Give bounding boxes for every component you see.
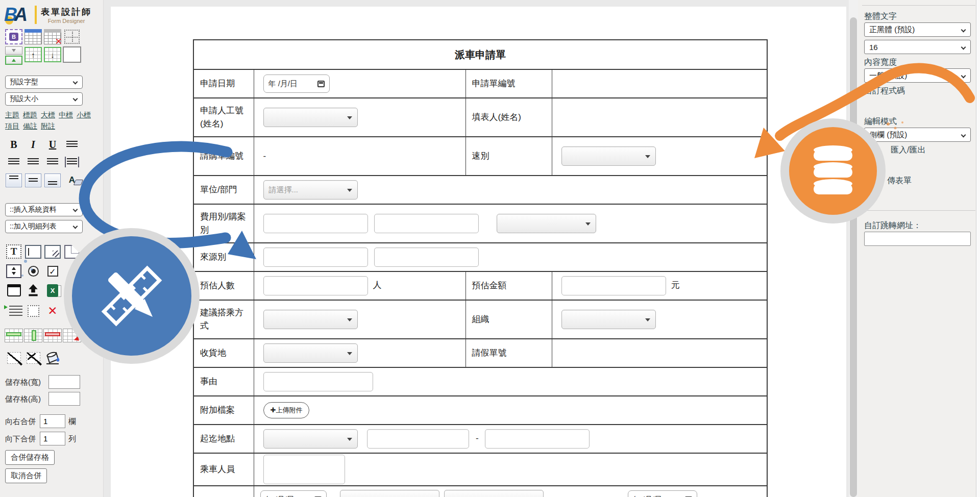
- bold-button[interactable]: B: [4, 136, 23, 153]
- passenger-textarea[interactable]: [263, 455, 345, 484]
- add-detail-list-select[interactable]: ::加入明細列表: [5, 220, 83, 233]
- radio-button-tool[interactable]: [23, 262, 43, 280]
- table-border-button[interactable]: [62, 28, 82, 45]
- delete-table-button[interactable]: ✕: [43, 28, 62, 45]
- custom-code-label: 自訂程式碼: [864, 86, 971, 96]
- route-from-input[interactable]: [367, 429, 469, 449]
- empty-cell[interactable]: [193, 486, 254, 497]
- content-width-select[interactable]: 一般 (預設): [864, 68, 971, 83]
- upload-tool[interactable]: [23, 282, 43, 299]
- fill-color-button[interactable]: [43, 349, 62, 366]
- style-link-h3[interactable]: 小標: [77, 111, 91, 119]
- time-select[interactable]: [340, 490, 439, 497]
- unmerge-button[interactable]: 取消合併: [5, 468, 47, 483]
- insert-table-button[interactable]: [23, 28, 43, 45]
- source-input-2[interactable]: [374, 247, 479, 267]
- people-count-input[interactable]: [263, 276, 368, 295]
- expense-input-2[interactable]: [374, 214, 479, 233]
- design-canvas[interactable]: 派車申請單 申請日期 年 /月/日 申請單編號 申請人工號(姓名) 填表人(姓名…: [104, 0, 849, 497]
- align-center-button[interactable]: [23, 153, 43, 170]
- font-family-select[interactable]: 正黑體 (預設): [864, 22, 971, 37]
- cell-height-input[interactable]: [48, 392, 80, 406]
- style-link-item[interactable]: 項目: [5, 122, 19, 130]
- split-cell-button[interactable]: [4, 46, 23, 63]
- expense-select[interactable]: [497, 214, 596, 233]
- date-input[interactable]: 年 /月/日: [628, 490, 697, 497]
- time-select[interactable]: [444, 490, 544, 497]
- style-link-h1[interactable]: 大標: [41, 111, 55, 119]
- empty-cell[interactable]: [552, 339, 767, 367]
- logo-letter-a: A: [14, 4, 24, 25]
- date-picker-tool[interactable]: [4, 282, 23, 299]
- default-size-select[interactable]: 預設大小: [5, 92, 83, 106]
- input-field-button[interactable]: [23, 243, 43, 260]
- empty-cell-button[interactable]: [62, 46, 82, 63]
- align-right-button[interactable]: [43, 153, 62, 170]
- upload-attachment-button[interactable]: ✚上傳附件: [263, 402, 310, 418]
- insert-row-button[interactable]: [4, 327, 23, 344]
- insert-system-data-select[interactable]: ::插入系統資料: [5, 203, 83, 216]
- source-input-1[interactable]: [263, 247, 368, 267]
- canvas-scrollbar[interactable]: [849, 0, 858, 497]
- default-font-select[interactable]: 預設字型: [5, 76, 83, 89]
- transport-select[interactable]: [263, 310, 358, 329]
- amount-input[interactable]: [561, 276, 666, 295]
- diagonal-line-button[interactable]: [4, 349, 23, 366]
- route-to-input[interactable]: [485, 429, 590, 449]
- form-page[interactable]: 派車申請單 申請日期 年 /月/日 申請單編號 申請人工號(姓名) 填表人(姓名…: [111, 7, 846, 497]
- bold-widget-button[interactable]: B: [4, 28, 23, 45]
- underline-button[interactable]: U: [43, 136, 62, 153]
- route-select[interactable]: [263, 429, 358, 449]
- double-diagonal-button[interactable]: [23, 349, 43, 366]
- delete-element-button[interactable]: ✕: [43, 302, 62, 319]
- redirect-url-input[interactable]: [864, 232, 971, 246]
- applicant-select[interactable]: [263, 108, 358, 127]
- textarea-button[interactable]: [43, 243, 62, 260]
- style-link-h2[interactable]: 中標: [59, 111, 73, 119]
- style-link-note[interactable]: 附註: [41, 122, 55, 130]
- fit-width-button[interactable]: [62, 153, 82, 170]
- excel-import-tool[interactable]: X: [43, 282, 62, 299]
- italic-icon: I: [31, 139, 35, 151]
- panel-scrollbar[interactable]: [976, 0, 980, 497]
- style-link-remark[interactable]: 備註: [23, 122, 37, 130]
- merge-cells-button[interactable]: 合併儲存格: [5, 450, 55, 465]
- checkbox-tool[interactable]: ✓: [43, 262, 62, 280]
- font-tag-button[interactable]: A: [62, 171, 82, 189]
- insert-column-button[interactable]: [23, 327, 43, 344]
- merge-right-input[interactable]: [40, 414, 65, 428]
- align-justify-button[interactable]: [62, 136, 82, 153]
- date-input[interactable]: 年 /月/日: [260, 490, 327, 497]
- organization-select[interactable]: [561, 310, 656, 329]
- delivery-select[interactable]: [263, 343, 358, 363]
- valign-bottom-button[interactable]: [43, 171, 62, 189]
- valign-middle-button[interactable]: [23, 171, 43, 189]
- delete-row-button[interactable]: [43, 327, 62, 344]
- cell-width-input[interactable]: [48, 375, 80, 389]
- priority-select[interactable]: [561, 146, 656, 166]
- empty-cell[interactable]: [552, 98, 767, 137]
- merge-down-input[interactable]: [40, 432, 65, 445]
- align-left-button[interactable]: [4, 153, 23, 170]
- valign-top-button[interactable]: [4, 171, 23, 189]
- number-spinner-button[interactable]: [4, 262, 23, 280]
- edit-mode-select[interactable]: 側欄 (預設): [864, 128, 971, 142]
- font-size-select[interactable]: 16: [864, 40, 971, 54]
- style-link-theme[interactable]: 主題: [5, 111, 19, 119]
- department-select[interactable]: 請選擇...: [263, 180, 358, 200]
- scrollbar-thumb[interactable]: [850, 17, 857, 497]
- dashed-grid-icon: [64, 30, 80, 44]
- text-tool-button[interactable]: T: [4, 243, 23, 260]
- reason-input[interactable]: [263, 372, 373, 391]
- insert-row-below-button[interactable]: ↓: [43, 46, 62, 63]
- style-link-title[interactable]: 標題: [23, 111, 37, 119]
- date-input[interactable]: 年 /月/日: [263, 74, 330, 93]
- expense-input-1[interactable]: [263, 214, 368, 233]
- list-tool[interactable]: [4, 302, 23, 319]
- italic-button[interactable]: I: [23, 136, 43, 153]
- insert-row-above-button[interactable]: ↑: [23, 46, 43, 63]
- empty-cell[interactable]: [552, 69, 767, 98]
- logo-letter-b: B: [4, 4, 14, 25]
- selection-tool[interactable]: [23, 302, 43, 319]
- settings-panel: 整體文字 正黑體 (預設) 16 內容寬度 一般 (預設) 自訂程式碼 Java…: [858, 0, 980, 497]
